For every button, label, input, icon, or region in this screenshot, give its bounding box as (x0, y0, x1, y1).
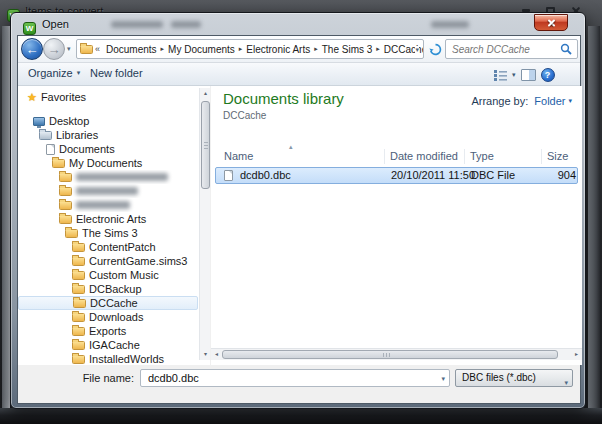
chevron-down-icon: ▾ (77, 69, 81, 77)
sidebar-item-igacache[interactable]: IGACache (18, 338, 198, 352)
sidebar-item-contentpatch[interactable]: ContentPatch (18, 240, 198, 254)
libraries-icon (39, 131, 52, 140)
folder-icon (72, 355, 85, 364)
arrange-by: Arrange by: Folder ▾ (471, 95, 572, 107)
column-separator[interactable] (464, 149, 465, 164)
column-header-date[interactable]: Date modified (390, 150, 458, 162)
help-button[interactable]: ? (541, 68, 555, 82)
file-date-modified: 20/10/2011 11:50 (391, 169, 475, 181)
file-name-input[interactable] (146, 371, 431, 385)
breadcrumb[interactable]: « Documents ▸ My Documents ▸ Electronic … (76, 39, 424, 59)
tree-label: InstalledWorlds (89, 353, 164, 365)
new-folder-button[interactable]: New folder (90, 67, 143, 79)
sidebar-item-libraries[interactable]: Libraries (18, 128, 198, 142)
scroll-left-icon[interactable]: ◂ (211, 349, 222, 360)
sidebar-item-installedworlds[interactable]: InstalledWorlds (18, 352, 198, 365)
new-folder-label: New folder (90, 67, 143, 79)
arrange-by-dropdown[interactable]: Folder ▾ (534, 95, 572, 107)
column-separator[interactable] (541, 149, 542, 164)
scrollbar-thumb[interactable] (201, 101, 210, 189)
folder-icon (73, 299, 86, 308)
scrollbar-thumb[interactable] (222, 350, 558, 359)
sidebar-item-custom-music[interactable]: Custom Music (18, 268, 198, 282)
views-dropdown-icon[interactable]: ▾ (512, 71, 516, 79)
column-header-name[interactable]: Name (224, 150, 253, 162)
file-size: 904 (558, 169, 576, 181)
search-icon[interactable] (560, 43, 572, 55)
navigation-pane: ★ Favorites Desktop Libraries Docume (18, 86, 210, 365)
views-button[interactable] (494, 70, 507, 81)
folder-icon (59, 201, 72, 210)
back-arrow-icon: ← (26, 42, 39, 57)
tree-label: CurrentGame.sims3 (89, 255, 187, 267)
breadcrumb-segment[interactable]: My Documents (164, 44, 239, 55)
file-row-selected[interactable]: dcdb0.dbc 20/10/2011 11:50 DBC File 904 (215, 167, 578, 184)
sidebar-item-favorites[interactable]: ★ Favorites (18, 90, 198, 104)
background-window-bottom-edge (0, 408, 602, 424)
column-header-type[interactable]: Type (470, 150, 494, 162)
folder-icon (59, 187, 72, 196)
sidebar-item-desktop[interactable]: Desktop (18, 114, 198, 128)
tree-label: Libraries (56, 129, 98, 141)
scroll-down-icon[interactable]: ▾ (200, 349, 211, 360)
tree-label: DCCache (90, 297, 138, 309)
tree-label: Favorites (41, 91, 86, 103)
breadcrumb-overflow-chevron[interactable]: « (93, 44, 102, 54)
file-name: dcdb0.dbc (240, 169, 291, 181)
folder-icon (72, 327, 85, 336)
folder-icon (72, 341, 85, 350)
scroll-up-icon[interactable]: ▴ (200, 88, 211, 99)
sidebar-item-dcbackup[interactable]: DCBackup (18, 282, 198, 296)
documents-library-icon (46, 144, 55, 155)
sidebar-item-my-documents[interactable]: My Documents (18, 156, 198, 170)
tree-label: Exports (89, 325, 126, 337)
file-icon (224, 170, 233, 181)
tree-spacer (18, 104, 198, 114)
sidebar-item-the-sims-3[interactable]: The Sims 3 (18, 226, 198, 240)
sidebar-item-redacted[interactable] (18, 198, 198, 212)
sidebar-item-downloads[interactable]: Downloads (18, 310, 198, 324)
tree-label: ContentPatch (89, 241, 156, 253)
background-window-right-edge (588, 26, 600, 408)
sidebar-scrollbar[interactable]: ▴ ▾ (199, 88, 210, 360)
preview-pane-button[interactable] (521, 69, 536, 81)
horizontal-scrollbar[interactable]: ◂ ▸ (211, 348, 582, 360)
recent-locations-dropdown[interactable]: ▾ (67, 45, 71, 53)
tree-label: IGACache (89, 339, 140, 351)
back-button[interactable]: ← (21, 38, 43, 60)
redacted-label (76, 187, 138, 195)
column-header-size[interactable]: Size (547, 150, 568, 162)
organize-button[interactable]: Organize ▾ (28, 67, 80, 79)
desktop-icon (33, 117, 45, 126)
sidebar-item-redacted[interactable] (18, 170, 198, 184)
breadcrumb-segment[interactable]: Documents (102, 44, 161, 55)
refresh-icon (429, 43, 442, 56)
glass-smudge (111, 21, 163, 28)
folder-icon (59, 173, 72, 182)
folder-icon (52, 159, 65, 168)
sidebar-item-redacted[interactable] (18, 184, 198, 198)
breadcrumb-segment[interactable]: Electronic Arts (242, 44, 314, 55)
breadcrumb-segment[interactable]: The Sims 3 (318, 44, 377, 55)
arrange-by-label: Arrange by: (471, 95, 528, 107)
refresh-button[interactable] (427, 41, 443, 57)
navigation-bar: ← → ▾ « Documents ▸ My Documents ▸ Elect… (18, 36, 580, 63)
forward-button[interactable]: → (43, 38, 65, 60)
chevron-down-icon[interactable]: ▾ (441, 375, 445, 383)
glass-smudge (431, 21, 469, 28)
redacted-label (76, 173, 168, 181)
file-type-combo[interactable]: DBC files (*.dbc) ▾ (455, 369, 573, 387)
dialog-close-button[interactable] (534, 14, 568, 31)
sidebar-item-electronic-arts[interactable]: Electronic Arts (18, 212, 198, 226)
search-input[interactable] (450, 41, 555, 57)
sidebar-item-dccache[interactable]: DCCache (18, 296, 198, 310)
scroll-right-icon[interactable]: ▸ (571, 349, 582, 360)
sidebar-item-documents[interactable]: Documents (18, 142, 198, 156)
file-type: DBC File (471, 169, 515, 181)
address-dropdown-icon[interactable]: ▾ (415, 46, 419, 54)
sidebar-item-currentgame[interactable]: CurrentGame.sims3 (18, 254, 198, 268)
sidebar-item-exports[interactable]: Exports (18, 324, 198, 338)
tree-label: DCBackup (89, 283, 142, 295)
arrange-by-value: Folder (534, 95, 565, 107)
column-separator[interactable] (384, 149, 385, 164)
